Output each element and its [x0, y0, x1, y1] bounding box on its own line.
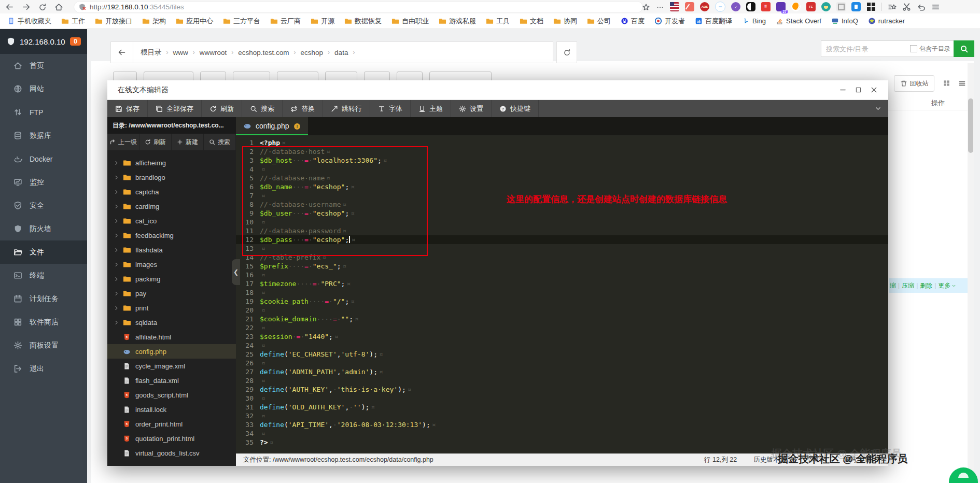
code-line-33[interactable]: 33define('API_TIME',·'2016-08-03·12:30:1… — [236, 420, 888, 429]
browser-home-icon[interactable] — [54, 2, 63, 11]
file-action-压缩[interactable]: 压缩 — [902, 281, 914, 290]
code-line-20[interactable]: 20¤ — [236, 306, 888, 315]
page-scrollbar[interactable] — [968, 63, 974, 483]
bookmark-item-18[interactable]: 译百度翻译 — [695, 17, 732, 26]
code-line-25[interactable]: 25define('EC_CHARSET','utf-8');¤ — [236, 350, 888, 359]
chevron-right-icon[interactable] — [114, 305, 123, 311]
tree-folder-cat_ico[interactable]: cat_ico — [107, 214, 236, 228]
sidebar-item-网站[interactable]: 网站 — [0, 77, 87, 101]
code-line-32[interactable]: 32¤ — [236, 411, 888, 420]
extension-icon-bowl[interactable] — [821, 2, 831, 11]
editor-toolbar-跳转行[interactable]: 跳转行 — [323, 100, 370, 117]
code-line-10[interactable]: 10¤ — [236, 218, 888, 226]
sidebar-item-首页[interactable]: 首页 — [0, 54, 87, 77]
extension-icon-fe[interactable]: FE — [806, 2, 816, 11]
tree-file-quotation_print.html[interactable]: 5quotation_print.html — [107, 431, 236, 446]
file-action-缩[interactable]: 缩 — [890, 281, 896, 290]
bookmark-item-19[interactable]: Bing — [742, 17, 766, 25]
chevron-right-icon[interactable] — [114, 247, 123, 253]
minimize-icon[interactable] — [839, 86, 847, 94]
bookmark-item-1[interactable]: 手机收藏夹 — [7, 17, 51, 26]
code-line-14[interactable]: 14//·table·prefix¤ — [236, 253, 888, 262]
chevron-right-icon[interactable] — [114, 175, 123, 180]
path-refresh-button[interactable] — [556, 41, 577, 63]
code-line-3[interactable]: 3$db_host···=·"localhost:3306";¤ — [236, 156, 888, 165]
extension-icon-abs[interactable]: ABS — [700, 2, 709, 11]
tree-folder-pay[interactable]: pay — [107, 286, 236, 301]
bookmark-item-8[interactable]: 开源 — [311, 17, 334, 26]
extension-icon-broom[interactable] — [685, 2, 694, 11]
message-count-badge[interactable]: 0 — [70, 37, 81, 46]
chevron-right-icon[interactable] — [114, 204, 123, 209]
breadcrumb-item-ecshop[interactable]: ecshop — [301, 49, 324, 56]
tree-folder-packimg[interactable]: packimg — [107, 272, 236, 286]
sidebar-item-退出[interactable]: 退出 — [0, 357, 87, 380]
code-line-22[interactable]: 22¤ — [236, 323, 888, 332]
extension-icon-moon[interactable] — [791, 2, 801, 11]
bookmark-item-17[interactable]: 开发者 — [654, 17, 685, 26]
code-line-29[interactable]: 29define('AUTH_KEY',·'this·is·a·key');¤ — [236, 385, 888, 394]
sidebar-item-FTP[interactable]: FTP — [0, 101, 87, 124]
code-line-5[interactable]: 5//·database·name¤ — [236, 174, 888, 182]
tab-config-php[interactable]: config.php ! — [236, 117, 308, 135]
tree-folder-afficheimg[interactable]: afficheimg — [107, 155, 236, 170]
bookmark-item-22[interactable]: rutracker — [868, 17, 905, 25]
tree-folder-print[interactable]: print — [107, 301, 236, 315]
browser-back-icon[interactable] — [5, 2, 14, 11]
code-line-15[interactable]: 15$prefix····=·"ecs_";¤ — [236, 262, 888, 271]
bookmark-item-4[interactable]: 架构 — [142, 17, 166, 26]
bookmark-item-21[interactable]: InfoQ — [831, 17, 858, 25]
chevron-right-icon[interactable] — [114, 262, 123, 267]
bookmark-item-10[interactable]: 自由职业 — [391, 17, 429, 26]
panel-brand[interactable]: 192.168.0.10 0 — [0, 29, 87, 54]
editor-toolbar-刷新[interactable]: 刷新 — [202, 100, 242, 117]
sidebar-item-Docker[interactable]: Docker — [0, 147, 87, 171]
breadcrumb-item-www[interactable]: www — [173, 49, 188, 56]
sidebar-item-计划任务[interactable]: 计划任务 — [0, 287, 87, 310]
tree-button-新建[interactable]: 新建 — [172, 134, 204, 150]
undo-icon[interactable] — [917, 2, 926, 11]
code-line-16[interactable]: 16¤ — [236, 271, 888, 279]
sidebar-item-监控[interactable]: 监控 — [0, 171, 87, 194]
tree-button-搜索[interactable]: 搜索 — [204, 134, 236, 150]
close-icon[interactable] — [870, 86, 878, 94]
chevron-right-icon[interactable] — [114, 291, 123, 296]
breadcrumb-item-根目录[interactable]: 根目录 — [141, 48, 162, 57]
extension-icon-check-circle[interactable]: ✓ — [731, 2, 740, 11]
tree-folder-cardimg[interactable]: cardimg — [107, 199, 236, 214]
editor-toolbar-字体[interactable]: 字体 — [370, 100, 411, 117]
sidebar-item-数据库[interactable]: 数据库 — [0, 124, 87, 147]
code-line-18[interactable]: 18¤ — [236, 288, 888, 297]
sidebar-item-防火墙[interactable]: 防火墙 — [0, 217, 87, 240]
chevron-right-icon[interactable] — [114, 320, 123, 325]
bookmark-item-14[interactable]: 协同 — [553, 17, 577, 26]
code-line-21[interactable]: 21$cookie_domain····=·"";¤ — [236, 315, 888, 323]
file-action-删除[interactable]: 删除 — [920, 281, 932, 290]
sidebar-item-安全[interactable]: 安全 — [0, 194, 87, 217]
toolbar-collapse-chevron-icon[interactable] — [867, 100, 888, 117]
chevron-right-icon[interactable] — [114, 160, 123, 166]
file-action-更多[interactable]: 更多 — [938, 281, 950, 290]
scrollbar-thumb[interactable] — [968, 98, 973, 153]
code-line-35[interactable]: 35?>¤ — [236, 438, 888, 447]
bookmark-item-11[interactable]: 游戏私服 — [439, 17, 476, 26]
breadcrumb-item-wwwroot[interactable]: wwwroot — [200, 49, 227, 56]
browser-forward-icon[interactable] — [22, 2, 31, 11]
maximize-icon[interactable] — [855, 86, 862, 94]
bookmark-item-15[interactable]: 公司 — [587, 17, 611, 26]
sidebar-item-文件[interactable]: 文件 — [0, 240, 87, 264]
breadcrumb-item-data[interactable]: data — [334, 49, 348, 56]
editor-toolbar-设置[interactable]: 设置 — [451, 100, 492, 117]
tree-file-affiliate.html[interactable]: 5affiliate.html — [107, 330, 236, 344]
include-subdir-checkbox[interactable] — [910, 45, 917, 52]
tree-button-上一级[interactable]: 上一级 — [107, 134, 139, 150]
chevron-right-icon[interactable] — [114, 218, 123, 224]
recycle-bin-button[interactable]: 回收站 — [894, 75, 934, 92]
code-line-4[interactable]: 4¤ — [236, 165, 888, 174]
tree-folder-images[interactable]: images — [107, 257, 236, 272]
chevron-right-icon[interactable] — [114, 233, 123, 238]
extension-icon-home-27[interactable]: 27 — [776, 2, 786, 11]
bookmark-item-9[interactable]: 数据恢复 — [344, 17, 382, 26]
bookmark-item-13[interactable]: 文档 — [520, 17, 543, 26]
grid-view-icon[interactable] — [941, 77, 952, 89]
